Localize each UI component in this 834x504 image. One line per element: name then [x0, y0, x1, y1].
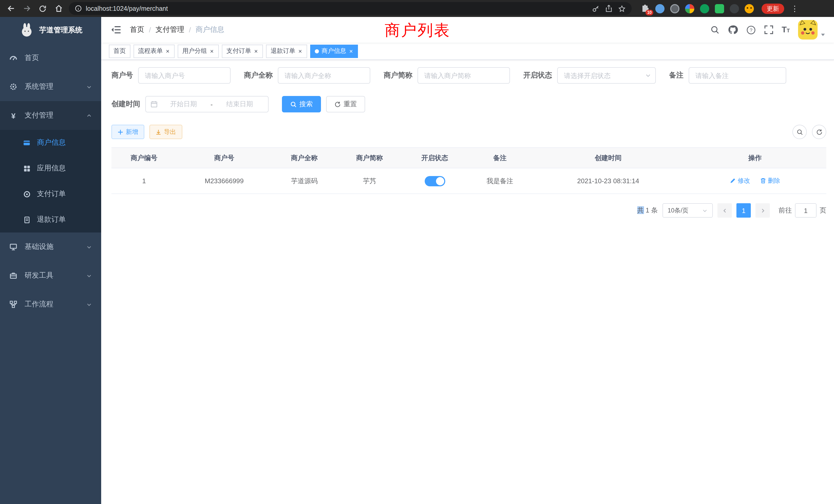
sidebar-item-workflow[interactable]: 工作流程 — [0, 290, 101, 319]
short-name-input[interactable] — [418, 67, 510, 84]
yen-icon: ¥ — [9, 111, 18, 120]
refresh-table-icon[interactable] — [812, 125, 826, 139]
extension-green-square-icon[interactable] — [715, 4, 724, 13]
short-name-label: 商户简称 — [383, 71, 412, 80]
search-button[interactable]: 搜索 — [282, 96, 321, 112]
sidebar-item-payment[interactable]: ¥ 支付管理 — [0, 101, 101, 130]
user-dropdown[interactable] — [798, 20, 826, 40]
back-icon[interactable] — [5, 3, 17, 14]
tab-label: 用户分组 — [182, 47, 207, 55]
app-logo[interactable]: 芋道管理系统 — [0, 17, 101, 44]
pagination: 共 1 条 10条/页 1 前往 页 — [111, 203, 826, 217]
tab-user-group[interactable]: 用户分组 × — [178, 44, 219, 58]
col-merchant-id: 商户编号 — [111, 147, 177, 168]
end-date-placeholder[interactable]: 结束日期 — [216, 99, 263, 109]
tags-view: 首页 流程表单 × 用户分组 × 支付订单 × 退款订单 × — [101, 43, 834, 60]
status-select[interactable] — [557, 67, 656, 84]
extension-colorwheel-icon[interactable] — [685, 4, 694, 13]
sidebar-item-home[interactable]: 首页 — [0, 44, 101, 72]
calendar-icon — [151, 100, 158, 108]
date-range-picker[interactable]: 开始日期 - 结束日期 — [145, 96, 269, 112]
cell-merchant-no: M233666999 — [177, 168, 272, 194]
page-1-button[interactable]: 1 — [737, 203, 751, 217]
tab-pay-order[interactable]: 支付订单 × — [222, 44, 263, 58]
sidebar-item-label: 基础设施 — [25, 242, 53, 251]
sidebar-item-dev-tools[interactable]: 研发工具 — [0, 261, 101, 290]
sidebar-item-label: 支付管理 — [25, 111, 53, 120]
breadcrumb-current: 商户信息 — [196, 25, 224, 35]
sidebar-collapse-icon[interactable] — [109, 24, 123, 36]
breadcrumb-item[interactable]: 支付管理 — [156, 25, 184, 35]
user-avatar[interactable] — [798, 20, 817, 40]
add-button[interactable]: 新增 — [111, 125, 144, 139]
extensions-puzzle-icon[interactable]: 10 — [640, 4, 650, 13]
profile-avatar-icon[interactable] — [745, 4, 754, 13]
page-size-select[interactable]: 10条/页 — [662, 203, 713, 217]
close-icon[interactable]: × — [298, 48, 303, 54]
sidebar-item-label: 商户信息 — [37, 138, 66, 147]
chevron-down-icon — [86, 273, 92, 278]
sidebar-item-pay-order[interactable]: 支付订单 — [0, 181, 101, 207]
share-icon[interactable] — [606, 5, 612, 12]
goto-page-input[interactable] — [795, 203, 816, 217]
col-merchant-no: 商户号 — [177, 147, 272, 168]
extension-dark-icon[interactable] — [670, 4, 679, 13]
breadcrumb-item[interactable]: 首页 — [130, 25, 144, 35]
cell-actions: 修改 删除 — [684, 168, 826, 194]
col-actions: 操作 — [684, 147, 826, 168]
prev-page-button[interactable] — [718, 203, 732, 217]
bookmark-star-icon[interactable] — [618, 5, 626, 12]
reset-button[interactable]: 重置 — [326, 96, 365, 112]
export-button[interactable]: 导出 — [150, 125, 182, 139]
github-icon[interactable] — [728, 25, 738, 35]
sidebar-item-system[interactable]: 系统管理 — [0, 72, 101, 101]
search-icon[interactable] — [710, 25, 720, 35]
key-icon[interactable] — [592, 5, 599, 12]
svg-text:?: ? — [750, 27, 753, 32]
tab-home[interactable]: 首页 — [109, 44, 130, 58]
breadcrumb-separator: / — [189, 26, 191, 34]
tab-refund-order[interactable]: 退款订单 × — [266, 44, 307, 58]
fullscreen-icon[interactable] — [764, 25, 773, 35]
refresh-icon[interactable] — [37, 3, 48, 14]
extension-pinwheel-icon[interactable] — [730, 4, 739, 13]
sidebar-item-merchant-info[interactable]: 商户信息 — [0, 130, 101, 156]
start-date-placeholder[interactable]: 开始日期 — [160, 99, 207, 109]
dashboard-icon — [9, 54, 18, 62]
sidebar-item-refund-order[interactable]: 退款订单 — [0, 207, 101, 232]
edit-link[interactable]: 修改 — [730, 177, 750, 185]
home-icon[interactable] — [53, 3, 64, 14]
remark-input[interactable] — [689, 67, 786, 84]
close-icon[interactable]: × — [349, 48, 353, 54]
sidebar-item-app-info[interactable]: 应用信息 — [0, 156, 101, 181]
tab-label: 商户信息 — [322, 47, 346, 55]
extension-green-circle-icon[interactable] — [700, 4, 709, 13]
page-annotation: 商户列表 — [385, 20, 451, 41]
full-name-input[interactable] — [278, 67, 370, 84]
sidebar: 芋道管理系统 首页 系统管理 — [0, 17, 101, 504]
extension-blue-icon[interactable] — [655, 4, 664, 13]
browser-update-button[interactable]: 更新 — [762, 3, 784, 14]
tab-process-form[interactable]: 流程表单 × — [133, 44, 175, 58]
chevron-down-icon — [86, 301, 92, 307]
tab-merchant-info[interactable]: 商户信息 × — [310, 44, 358, 58]
browser-chrome: localhost:1024/pay/merchant 10 — [0, 0, 834, 17]
toggle-search-icon[interactable] — [792, 125, 807, 139]
info-icon[interactable] — [75, 5, 82, 12]
status-toggle[interactable] — [424, 176, 445, 186]
forward-icon[interactable] — [21, 3, 32, 14]
address-bar[interactable]: localhost:1024/pay/merchant — [69, 2, 632, 15]
col-short-name: 商户简称 — [337, 147, 402, 168]
close-icon[interactable]: × — [254, 48, 258, 54]
next-page-button[interactable] — [755, 203, 770, 217]
merchant-no-input[interactable] — [138, 67, 231, 84]
browser-menu-icon[interactable]: ⋮ — [789, 4, 800, 13]
close-icon[interactable]: × — [166, 48, 170, 54]
sidebar-item-label: 退款订单 — [37, 215, 66, 224]
close-icon[interactable]: × — [210, 48, 214, 54]
cell-merchant-id: 1 — [111, 168, 177, 194]
font-size-icon[interactable] — [782, 26, 790, 34]
help-icon[interactable]: ? — [746, 25, 756, 35]
delete-link[interactable]: 删除 — [760, 177, 780, 185]
sidebar-item-infrastructure[interactable]: 基础设施 — [0, 232, 101, 261]
